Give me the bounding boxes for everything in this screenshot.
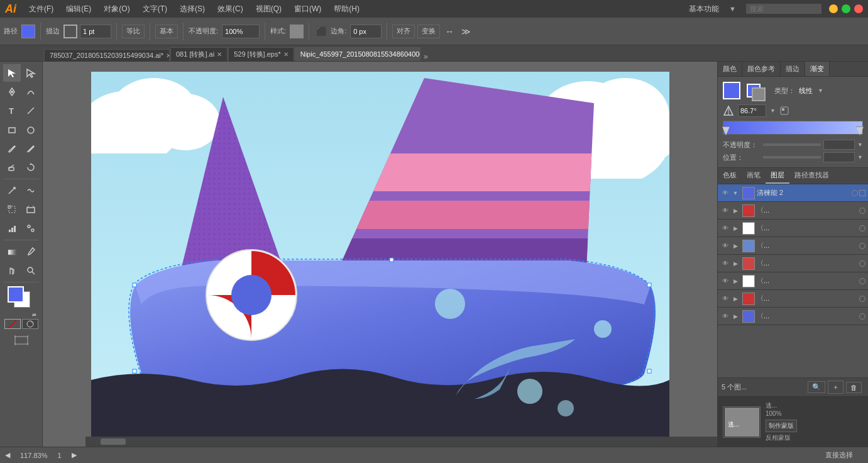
tab-3[interactable]: Nipic_455997_20150808155348604000 [转换].a… [295,47,420,61]
layer-4-expand[interactable]: ▶ [730,241,740,251]
color-tab[interactable]: 颜色 [718,62,742,76]
none-fill[interactable] [4,319,21,329]
layer-6-expand[interactable]: ▶ [730,276,740,286]
color-mode-btn[interactable] [22,319,38,329]
artboard-tool[interactable] [4,332,39,349]
menu-select[interactable]: 选择(S) [175,3,210,16]
basic-style-btn[interactable]: 基本 [155,25,178,38]
hand-tool[interactable] [3,262,21,279]
swap-colors-btn[interactable]: ⇄ [32,312,36,318]
layer-8-eye[interactable]: 👁 [720,311,730,321]
make-mask-btn[interactable]: 制作蒙版 [766,420,797,432]
layer-3-target[interactable] [859,225,865,232]
selection-tool[interactable] [3,64,21,82]
layer-item-2[interactable]: 👁 ▶ 〈... [718,202,868,220]
layer-5-expand[interactable]: ▶ [730,259,740,269]
equal-scale-btn[interactable]: 等比 [122,25,145,38]
gradient-reverse-icon[interactable] [779,106,789,116]
layer-4-target[interactable] [859,243,865,249]
position-input-panel[interactable] [823,152,855,162]
position-arrow[interactable]: ▼ [857,154,863,160]
scale-tool[interactable] [3,182,21,199]
layer-item-1[interactable]: 👁 ▼ 清楝能 2 [718,184,868,202]
reflect-icon[interactable]: ↔ [442,25,456,38]
gradient-angle-arrow[interactable]: ▼ [770,108,776,114]
opacity-arrow[interactable]: ▼ [857,142,863,148]
layer-item-5[interactable]: 👁 ▶ 〈... [718,255,868,272]
delete-layer-btn[interactable]: 🗑 [846,382,862,393]
graph-tool[interactable] [3,220,21,237]
h-scrollbar-thumb[interactable] [101,438,126,445]
stroke-tab[interactable]: 描边 [781,62,805,76]
layer-8-target[interactable] [859,313,865,320]
layer-7-target[interactable] [859,296,865,302]
search-layers-btn[interactable]: 🔍 [808,381,825,393]
opacity-input-panel[interactable] [823,140,855,150]
layer-1-eye[interactable]: 👁 [720,188,730,198]
curvature-tool[interactable] [22,83,40,101]
tab-2-close[interactable]: ✕ [283,51,288,58]
position-slider[interactable] [763,156,821,159]
tab-0[interactable]: 785037_20180515203915499034.ai* ✕ [44,49,170,61]
add-layer-btn[interactable]: ＋ [828,381,843,394]
type-tool[interactable]: T [3,102,21,120]
layer-6-eye[interactable]: 👁 [720,276,730,286]
layer-1-expand[interactable]: ▼ [730,188,740,198]
menu-help[interactable]: 帮助(H) [329,3,365,16]
search-input[interactable] [746,4,821,14]
menu-object[interactable]: 对象(O) [99,3,135,16]
layer-item-8[interactable]: 👁 ▶ 〈... [718,308,868,325]
layer-item-6[interactable]: 👁 ▶ 〈... [718,272,868,290]
minimize-button[interactable] [829,4,838,13]
layer-1-lock[interactable] [852,190,858,196]
rotate-tool[interactable] [22,159,40,176]
layer-1-target[interactable] [859,190,865,196]
corner-value-input[interactable] [350,25,382,38]
menu-edit[interactable]: 编辑(E) [61,3,96,16]
eraser-tool[interactable] [3,159,21,176]
layer-5-eye[interactable]: 👁 [720,259,730,269]
close-button[interactable] [854,4,863,13]
pencil-tool[interactable] [22,140,40,157]
transform-btn[interactable]: 变换 [417,25,440,38]
menu-effect[interactable]: 效果(C) [212,3,248,16]
align-btn[interactable]: 对齐 [392,25,415,38]
tab-1-close[interactable]: ✕ [217,51,222,58]
layer-item-3[interactable]: 👁 ▶ 〈... [718,220,868,237]
mesh-tool[interactable] [22,220,40,237]
gradient-tab[interactable]: 渐变 [805,62,830,76]
layer-2-target[interactable] [859,208,865,214]
menu-view[interactable]: 视图(Q) [251,3,287,16]
opacity-input[interactable] [222,25,260,38]
gradient-stroke-swatch[interactable] [752,87,766,101]
pen-tool[interactable] [3,83,21,101]
foreground-color-swatch[interactable] [8,286,24,303]
ellipse-tool[interactable] [22,121,40,138]
stroke-color-swatch[interactable] [63,25,77,38]
layer-4-eye[interactable]: 👁 [720,241,730,251]
layer-item-7[interactable]: 👁 ▶ 〈... [718,290,868,308]
gradient-fill-swatch[interactable] [723,82,740,99]
menu-window[interactable]: 窗口(W) [289,3,326,16]
tab-0-close[interactable]: ✕ [166,52,170,59]
line-tool[interactable] [22,102,40,120]
layer-7-expand[interactable]: ▶ [730,294,740,304]
menu-text[interactable]: 文字(T) [138,3,172,16]
brushes-tab[interactable]: 画笔 [742,168,766,184]
layer-2-eye[interactable]: 👁 [720,206,730,216]
layer-8-expand[interactable]: ▶ [730,311,740,321]
layers-tab[interactable]: 图层 [766,168,789,184]
layer-3-expand[interactable]: ▶ [730,223,740,233]
direct-selection-tool[interactable] [22,64,40,82]
gradient-bar[interactable] [723,121,863,135]
menu-file[interactable]: 文件(F) [24,3,58,16]
gradient-tool[interactable] [3,243,21,260]
swatches-tab[interactable]: 色板 [718,168,742,184]
canvas-area[interactable] [43,62,717,447]
warp-tool[interactable] [22,182,40,199]
layer-2-expand[interactable]: ▶ [730,206,740,216]
layer-6-target[interactable] [859,278,865,284]
maximize-button[interactable] [842,4,850,13]
tab-2[interactable]: 529 [转换].eps* ✕ [228,47,294,61]
free-transform-tool[interactable] [3,201,21,218]
